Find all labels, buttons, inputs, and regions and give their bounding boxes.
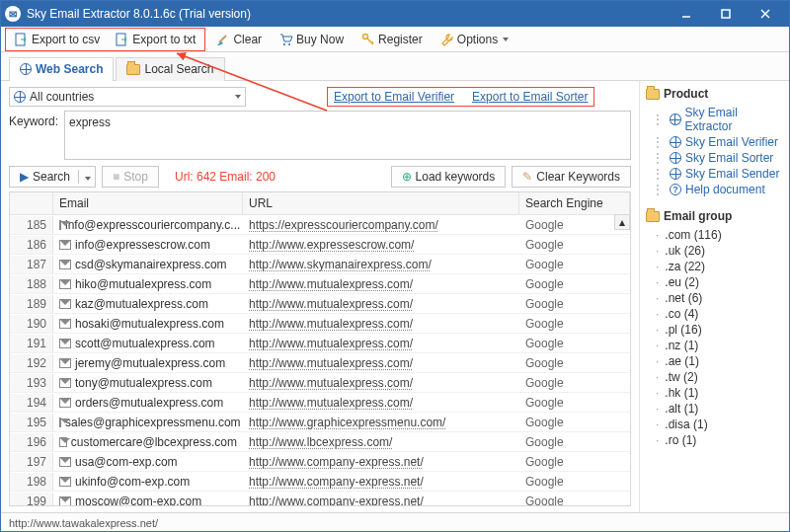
- options-button[interactable]: Options: [434, 30, 515, 49]
- table-row[interactable]: 185info@expresscouriercompany.c...https:…: [10, 215, 630, 235]
- cell-url: http://www.mutualexpress.com/: [243, 275, 519, 293]
- plus-icon: ⊕: [402, 170, 412, 184]
- url-link[interactable]: https://expresscouriercompany.com/: [249, 218, 438, 232]
- url-link[interactable]: http://www.mutualexpress.com/: [249, 356, 413, 370]
- envelope-icon: [59, 418, 61, 427]
- search-button[interactable]: ▶ Search: [9, 166, 96, 188]
- table-row[interactable]: 193tony@mutualexpress.comhttp://www.mutu…: [10, 373, 630, 393]
- url-link[interactable]: http://www.mutualexpress.com/: [249, 376, 413, 390]
- cell-url: http://www.company-express.net/: [243, 473, 519, 491]
- register-button[interactable]: Register: [355, 30, 430, 49]
- table-row[interactable]: 191scott@mutualexpress.comhttp://www.mut…: [10, 334, 630, 353]
- email-group-item[interactable]: .eu (2): [650, 274, 783, 290]
- table-row[interactable]: 199moscow@com-exp.comhttp://www.company-…: [10, 492, 630, 505]
- export-txt-button[interactable]: Export to txt: [109, 30, 202, 49]
- export-csv-button[interactable]: Export to csv: [8, 30, 107, 49]
- register-label: Register: [378, 33, 423, 46]
- cell-search-engine: Google: [519, 374, 630, 392]
- status-text: http://www.tawakalexpress.net/: [9, 517, 158, 529]
- url-link[interactable]: http://www.expressescrow.com/: [249, 238, 414, 252]
- email-group-item[interactable]: .alt (1): [650, 401, 783, 417]
- stop-label: Stop: [123, 170, 148, 184]
- url-link[interactable]: http://www.mutualexpress.com/: [249, 297, 413, 311]
- svg-point-8: [363, 34, 368, 38]
- url-link[interactable]: http://www.company-express.net/: [249, 475, 424, 489]
- email-group-item[interactable]: .tw (2): [650, 369, 783, 385]
- envelope-icon: [59, 477, 71, 487]
- table-row[interactable]: 186info@expressescrow.comhttp://www.expr…: [10, 235, 630, 255]
- col-search-engine[interactable]: Search Engine: [519, 192, 630, 214]
- url-link[interactable]: http://www.mutualexpress.com/: [249, 277, 413, 291]
- email-group-item[interactable]: .ro (1): [650, 432, 783, 448]
- email-group-item[interactable]: .com (116): [650, 227, 783, 243]
- table-row[interactable]: 188hiko@mutualexpress.comhttp://www.mutu…: [10, 274, 630, 294]
- envelope-icon: [59, 220, 61, 230]
- url-link[interactable]: http://www.graphicexpressmenu.com/: [249, 416, 445, 429]
- row-number: 189: [10, 295, 53, 313]
- chevron-down-icon[interactable]: [78, 170, 91, 184]
- minimize-button[interactable]: [667, 1, 706, 27]
- product-item[interactable]: ⋮?Help document: [646, 182, 783, 197]
- email-group-item[interactable]: .disa (1): [650, 417, 783, 432]
- product-item[interactable]: ⋮Sky Email Extractor: [646, 105, 783, 134]
- product-item[interactable]: ⋮Sky Email Verifier: [646, 134, 783, 150]
- clear-button[interactable]: Clear: [209, 30, 269, 49]
- cell-email: csd@skymanairexpress.com: [53, 256, 243, 273]
- close-button[interactable]: [746, 1, 785, 27]
- table-row[interactable]: 192jeremy@mutualexpress.comhttp://www.mu…: [10, 353, 630, 373]
- email-group-item[interactable]: .nz (1): [650, 338, 783, 353]
- email-group-item[interactable]: .net (6): [650, 290, 783, 306]
- product-item[interactable]: ⋮Sky Email Sender: [646, 166, 783, 182]
- url-link[interactable]: http://www.company-express.net/: [249, 455, 424, 469]
- table-row[interactable]: 195sales@graphicexpressmenu.comhttp://ww…: [10, 413, 630, 432]
- cell-search-engine: Google: [519, 394, 630, 412]
- globe-icon: [14, 91, 26, 103]
- buy-now-button[interactable]: Buy Now: [273, 30, 351, 49]
- url-link[interactable]: http://www.mutualexpress.com/: [249, 337, 413, 350]
- export-sorter-link[interactable]: Export to Email Sorter: [472, 90, 588, 104]
- tab-local-search[interactable]: Local Search: [116, 57, 224, 81]
- email-group-item[interactable]: .uk (26): [650, 243, 783, 259]
- scroll-up-button[interactable]: ▴: [614, 214, 630, 230]
- country-select[interactable]: All countries: [9, 87, 246, 107]
- col-url[interactable]: URL: [243, 192, 519, 214]
- keyword-input[interactable]: express: [64, 111, 631, 160]
- table-row[interactable]: 189kaz@mutualexpress.comhttp://www.mutua…: [10, 294, 630, 314]
- product-item[interactable]: ⋮Sky Email Sorter: [646, 150, 783, 166]
- table-row[interactable]: 198ukinfo@com-exp.comhttp://www.company-…: [10, 472, 630, 492]
- export-verifier-link[interactable]: Export to Email Verifier: [334, 90, 454, 104]
- col-email[interactable]: Email: [53, 192, 243, 214]
- stop-button[interactable]: ■ Stop: [102, 166, 159, 188]
- url-link[interactable]: http://www.lbcexpress.com/: [249, 435, 392, 449]
- envelope-icon: [59, 299, 71, 309]
- txt-icon: [116, 33, 129, 46]
- table-row[interactable]: 187csd@skymanairexpress.comhttp://www.sk…: [10, 255, 630, 274]
- cell-url: http://www.lbcexpress.com/: [243, 433, 519, 451]
- svg-point-6: [283, 43, 285, 45]
- globe-icon: [670, 136, 681, 148]
- cell-url: http://www.mutualexpress.com/: [243, 295, 519, 313]
- table-row[interactable]: 194orders@mutualexpress.comhttp://www.mu…: [10, 393, 630, 413]
- email-group-item[interactable]: .za (22): [650, 259, 783, 274]
- email-group-item[interactable]: .pl (16): [650, 322, 783, 338]
- url-link[interactable]: http://www.company-express.net/: [249, 494, 424, 506]
- table-row[interactable]: 196customercare@lbcexpress.comhttp://www…: [10, 432, 630, 452]
- url-link[interactable]: http://www.mutualexpress.com/: [249, 317, 413, 331]
- envelope-icon: [59, 437, 67, 447]
- envelope-icon: [59, 339, 71, 348]
- table-row[interactable]: 197usa@com-exp.comhttp://www.company-exp…: [10, 452, 630, 472]
- grid-body[interactable]: 185info@expresscouriercompany.c...https:…: [10, 215, 630, 505]
- tab-web-search[interactable]: Web Search: [9, 57, 114, 81]
- clear-keywords-button[interactable]: ✎ Clear Keywords: [512, 166, 631, 188]
- table-row[interactable]: 190hosaki@mutualexpress.comhttp://www.mu…: [10, 314, 630, 334]
- options-label: Options: [457, 33, 498, 46]
- load-keywords-button[interactable]: ⊕ Load keywords: [391, 166, 507, 188]
- url-link[interactable]: http://www.skymanairexpress.com/: [249, 258, 432, 271]
- email-group-item[interactable]: .ae (1): [650, 353, 783, 369]
- globe-icon: [670, 152, 681, 164]
- email-group-item[interactable]: .hk (1): [650, 385, 783, 401]
- maximize-button[interactable]: [706, 1, 746, 27]
- url-link[interactable]: http://www.mutualexpress.com/: [249, 396, 413, 410]
- col-rownum[interactable]: [10, 192, 53, 214]
- email-group-item[interactable]: .co (4): [650, 306, 783, 322]
